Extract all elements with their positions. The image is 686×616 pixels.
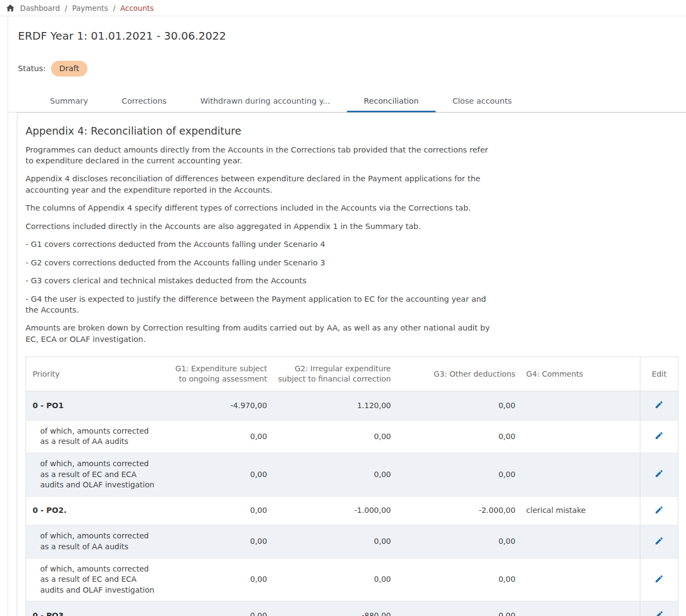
description-paragraph: Amounts are broken down by Correction re… bbox=[26, 322, 492, 345]
g1-value: 0,00 bbox=[165, 420, 273, 453]
g1-value: 0,00 bbox=[165, 453, 273, 496]
status-badge: Draft bbox=[51, 61, 87, 77]
page-card: ERDF Year 1: 01.01.2021 - 30.06.2022 Sta… bbox=[8, 16, 686, 616]
breadcrumb: Dashboard / Payments / Accounts bbox=[0, 0, 686, 16]
edit-cell bbox=[640, 601, 678, 616]
edit-pencil-icon[interactable] bbox=[653, 573, 665, 585]
row-label: of which, amounts corrected as a result … bbox=[26, 525, 165, 558]
home-icon[interactable] bbox=[5, 3, 15, 13]
edit-cell bbox=[640, 525, 678, 558]
column-header-g4: G4: Comments bbox=[521, 357, 640, 391]
description-paragraph: Appendix 4 discloses reconciliation of d… bbox=[26, 173, 492, 195]
breadcrumb-item-accounts[interactable]: Accounts bbox=[121, 4, 154, 12]
g2-value: -880,00 bbox=[273, 601, 397, 616]
table-row: 0 - PO1 -4.970,00 1.120,00 0,00 bbox=[26, 391, 678, 421]
g3-value: 0,00 bbox=[397, 420, 521, 453]
row-label: 0 - PO3 bbox=[26, 601, 165, 616]
tab-summary[interactable]: Summary bbox=[33, 90, 105, 112]
status-row: Status: Draft bbox=[18, 61, 686, 77]
column-header-g2: G2: Irregular expenditure subject to fin… bbox=[273, 357, 397, 391]
tab-reconciliation[interactable]: Reconciliation bbox=[347, 90, 436, 112]
edit-cell bbox=[640, 453, 678, 496]
description-paragraph: - G1 covers corrections deducted from th… bbox=[26, 239, 492, 250]
edit-pencil-icon[interactable] bbox=[653, 609, 665, 616]
row-label: 0 - PO1 bbox=[26, 391, 165, 421]
table-row: 0 - PO3 0,00 -880,00 0,00 bbox=[26, 601, 678, 616]
description-paragraph: - G2 covers corrections deducted from th… bbox=[26, 257, 492, 268]
table-row: of which, amounts corrected as a result … bbox=[26, 420, 678, 453]
edit-pencil-icon[interactable] bbox=[653, 504, 665, 516]
edit-cell bbox=[640, 496, 678, 525]
g2-value: 0,00 bbox=[273, 558, 397, 601]
g3-value: -2.000,00 bbox=[397, 496, 521, 525]
breadcrumb-item-payments[interactable]: Payments bbox=[72, 4, 108, 12]
g1-value: 0,00 bbox=[165, 496, 273, 525]
breadcrumb-item-dashboard[interactable]: Dashboard bbox=[20, 4, 60, 12]
g2-value: -1.000,00 bbox=[273, 496, 397, 525]
description-paragraph: The columns of Appendix 4 specify differ… bbox=[26, 202, 492, 213]
g4-comment bbox=[521, 525, 640, 558]
row-label: 0 - PO2. bbox=[26, 496, 165, 525]
table-row: 0 - PO2. 0,00 -1.000,00 -2.000,00 cleric… bbox=[26, 496, 678, 525]
description-paragraph: - G3 covers clerical and technical mista… bbox=[26, 275, 492, 286]
edit-cell bbox=[640, 420, 678, 453]
tab-corrections[interactable]: Corrections bbox=[105, 90, 184, 112]
description-paragraph: Corrections included directly in the Acc… bbox=[26, 221, 492, 232]
edit-pencil-icon[interactable] bbox=[653, 430, 665, 441]
row-label: of which, amounts corrected as a result … bbox=[26, 558, 165, 601]
g4-comment bbox=[521, 601, 640, 616]
g2-value: 0,00 bbox=[273, 420, 397, 453]
g2-value: 0,00 bbox=[273, 453, 397, 496]
description-paragraph: Programmes can deduct amounts directly f… bbox=[26, 144, 492, 167]
g1-value: 0,00 bbox=[165, 558, 273, 601]
edit-pencil-icon[interactable] bbox=[653, 535, 665, 547]
g3-value: 0,00 bbox=[397, 453, 521, 496]
g2-value: 1.120,00 bbox=[273, 391, 397, 421]
g3-value: 0,00 bbox=[397, 525, 521, 558]
g1-value: 0,00 bbox=[165, 601, 273, 616]
column-header-g1: G1: Expenditure subject to ongoing asses… bbox=[165, 357, 273, 391]
table-row: of which, amounts corrected as a result … bbox=[26, 525, 678, 558]
column-header-priority: Priority bbox=[26, 357, 165, 391]
reconciliation-panel: Appendix 4: Reconciliation of expenditur… bbox=[17, 112, 686, 616]
edit-pencil-icon[interactable] bbox=[653, 399, 665, 410]
table-row: of which, amounts corrected as a result … bbox=[26, 558, 678, 601]
row-label: of which, amounts corrected as a result … bbox=[26, 420, 165, 453]
edit-cell bbox=[640, 558, 678, 601]
reconciliation-table: Priority G1: Expenditure subject to ongo… bbox=[26, 357, 678, 616]
g3-value: 0,00 bbox=[397, 601, 521, 616]
tab-close-accounts[interactable]: Close accounts bbox=[436, 90, 528, 112]
breadcrumb-separator: / bbox=[65, 4, 67, 12]
edit-cell bbox=[640, 391, 678, 421]
status-label: Status: bbox=[18, 64, 46, 73]
g1-value: -4.970,00 bbox=[165, 391, 273, 421]
g4-comment: clerical mistake bbox=[521, 496, 640, 525]
edit-pencil-icon[interactable] bbox=[653, 468, 665, 479]
section-description: Programmes can deduct amounts directly f… bbox=[26, 144, 678, 345]
g4-comment bbox=[521, 453, 640, 496]
g4-comment bbox=[521, 420, 640, 453]
g1-value: 0,00 bbox=[165, 525, 273, 558]
table-row: of which, amounts corrected as a result … bbox=[26, 453, 678, 496]
table-header-row: Priority G1: Expenditure subject to ongo… bbox=[26, 357, 678, 391]
g3-value: 0,00 bbox=[397, 391, 521, 421]
tab-bar: SummaryCorrectionsWithdrawn during accou… bbox=[8, 90, 686, 112]
g2-value: 0,00 bbox=[273, 525, 397, 558]
column-header-edit: Edit bbox=[640, 357, 678, 391]
description-paragraph: - G4 the user is expected to justify the… bbox=[26, 294, 492, 316]
row-label: of which, amounts corrected as a result … bbox=[26, 453, 165, 496]
g4-comment bbox=[521, 558, 640, 601]
g4-comment bbox=[521, 391, 640, 421]
column-header-g3: G3: Other deductions bbox=[397, 357, 521, 391]
tab-withdrawn-during-accounting-y[interactable]: Withdrawn during accounting y... bbox=[184, 90, 347, 112]
breadcrumb-separator: / bbox=[113, 4, 116, 12]
g3-value: 0,00 bbox=[397, 558, 521, 601]
page-title: ERDF Year 1: 01.01.2021 - 30.06.2022 bbox=[18, 29, 686, 42]
section-heading: Appendix 4: Reconciliation of expenditur… bbox=[26, 125, 678, 137]
